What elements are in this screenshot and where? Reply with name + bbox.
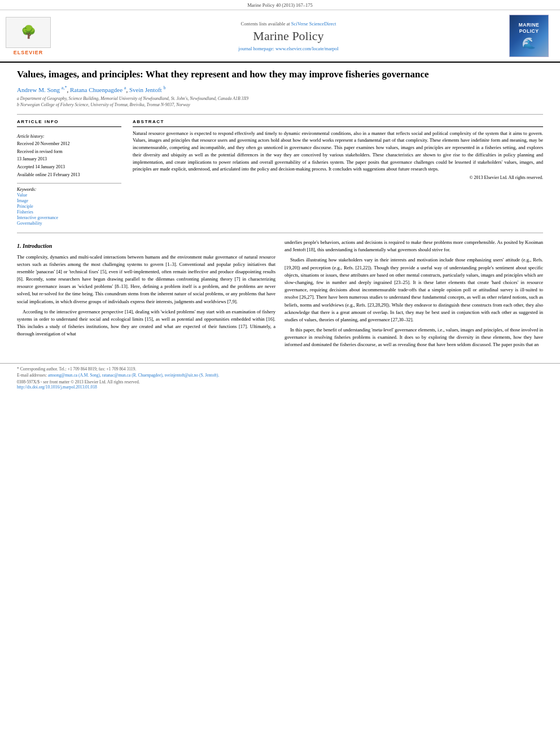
abstract-text: Natural resource governance is expected … [133,130,543,173]
keyword-fisheries[interactable]: Fisheries [17,209,121,215]
affil-a: a Department of Geography, Science Build… [17,96,543,102]
footer-copyright: 0308-597X/$ - see front matter © 2013 El… [17,379,543,390]
section1-heading: 1. Introduction [17,242,275,251]
journal-badge-area: MARINE POLICY 🌊 [509,15,554,57]
journal-header-center: Contents lists available at SciVerse Sci… [73,15,504,57]
badge-icon: 🌊 [522,36,536,50]
author-song-affil: a,* [62,85,67,90]
article-info-block: Article history: Received 20 November 20… [17,126,121,179]
body-col-right: underlies people's behaviors, actions an… [285,239,543,351]
divider-before-body [17,233,543,233]
body-para4: Studies illustrating how stakeholders va… [285,256,543,324]
received-date: Received 20 November 2012 [17,141,70,146]
abstract-column: ABSTRACT Natural resource governance is … [133,119,543,226]
elsevier-logo: 🌳 ELSEVIER [6,17,51,55]
contents-text: Contents lists available at [241,21,290,27]
body-columns: 1. Introduction The complexity, dynamics… [17,239,543,351]
keywords-block: Keywords: Value Image Principle Fisherie… [17,183,121,226]
body-para5: In this paper, the benefit of understand… [285,326,543,349]
keyword-image[interactable]: Image [17,198,121,203]
authors-line: Andrew M. Song a,*, Ratana Chuenpagdee a… [17,85,543,93]
abstract-block: Natural resource governance is expected … [133,126,543,181]
doi-link[interactable]: http://dx.doi.org/10.1016/j.marpol.2013.… [17,385,543,390]
available-date: Available online 21 February 2013 [17,172,80,177]
email-footnote: E-mail addresses: amsong@mun.ca (A.M. So… [17,373,543,378]
journal-title: Marine Policy [253,29,323,43]
abstract-copyright: © 2013 Elsevier Ltd. All rights reserved… [133,175,543,180]
info-abstract-columns: ARTICLE INFO Article history: Received 2… [17,119,543,226]
keyword-value[interactable]: Value [17,193,121,198]
marine-policy-badge: MARINE POLICY 🌊 [509,15,549,57]
article-footer: * Corresponding author. Tel.: +1 709 864… [0,363,560,392]
author-jentoft-affil: b [163,85,165,90]
article-info-label: ARTICLE INFO [17,119,121,124]
received-revised: Received in revised form [17,149,63,154]
body-para2: According to the interactive governance … [17,308,275,338]
logo-box: 🌳 [6,17,51,48]
accepted-date: Accepted 14 January 2013 [17,164,65,169]
sciverse-link[interactable]: SciVerse ScienceDirect [291,21,336,27]
keywords-label: Keywords: [17,187,36,192]
keyword-governability[interactable]: Governability [17,221,121,226]
body-col-left: 1. Introduction The complexity, dynamics… [17,239,275,351]
author-chuenpagdee: Ratana Chuenpagdee [70,86,123,93]
history-label: Article history: [17,133,121,141]
contents-line: Contents lists available at SciVerse Sci… [241,21,336,27]
email2[interactable]: ratanac@mun.ca (R. Chuenpagdee), sveinje… [102,373,219,378]
divider-after-affiliations [17,114,543,115]
tree-icon: 🌳 [21,25,36,40]
author-chuenpagdee-affil: a [124,85,126,90]
elsevier-logo-area: 🌳 ELSEVIER [6,15,68,57]
received-revised-date: 13 January 2013 [17,156,47,161]
author-song: Andrew M. Song [17,86,60,93]
body-para3: underlies people's behaviors, actions an… [285,239,543,254]
badge-title: MARINE POLICY [519,22,540,33]
elsevier-name: ELSEVIER [14,50,43,55]
corresponding-author: * Corresponding author. Tel.: +1 709 864… [17,366,543,372]
page-wrapper: Marine Policy 40 (2013) 167–175 🌳 ELSEVI… [0,0,560,747]
top-bar: Marine Policy 40 (2013) 167–175 [0,0,560,10]
abstract-label: ABSTRACT [133,119,543,124]
body-para1: The complexity, dynamics and multi-scale… [17,254,275,305]
journal-url[interactable]: journal homepage: www.elsevier.com/locat… [238,46,338,51]
keyword-principle[interactable]: Principle [17,204,121,209]
affiliations: a Department of Geography, Science Build… [17,96,543,108]
journal-header: 🌳 ELSEVIER Contents lists available at S… [0,10,560,63]
journal-volume-text: Marine Policy 40 (2013) 167–175 [247,2,313,8]
article-content: Values, images, and principles: What the… [0,63,560,357]
article-info-column: ARTICLE INFO Article history: Received 2… [17,119,121,226]
keyword-interactive-governance[interactable]: Interactive governance [17,215,121,220]
email1[interactable]: amsong@mun.ca (A.M. Song), [48,373,101,378]
author-jentoft: Svein Jentoft [129,86,162,93]
affil-b: b Norwegian College of Fishery Science, … [17,102,543,108]
article-title: Values, images, and principles: What the… [17,68,543,81]
email-label: E-mail addresses: [17,373,47,378]
